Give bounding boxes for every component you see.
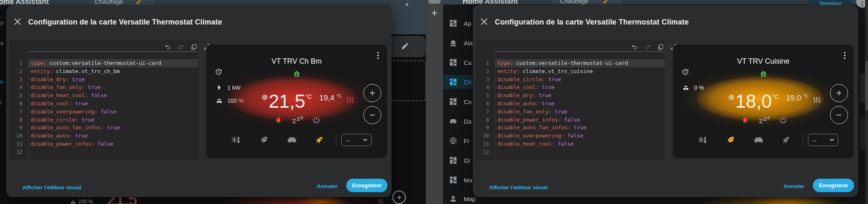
line-number: 9 bbox=[10, 124, 22, 132]
code-line[interactable]: 8disable_power_infos:false bbox=[477, 116, 664, 124]
code-line[interactable]: 8disable_circle:true bbox=[10, 116, 197, 124]
code-line[interactable]: 3disable_dry:true bbox=[10, 75, 197, 84]
eco-preset-icon[interactable] bbox=[726, 135, 736, 145]
code-line[interactable]: 2entity:climate.vt_trv_ch_bm bbox=[10, 67, 197, 75]
dialog-title: Configuration de la carte Versatile Ther… bbox=[495, 18, 689, 27]
comfort-preset-icon[interactable] bbox=[754, 135, 763, 145]
edit-section-pencil-icon[interactable] bbox=[401, 42, 409, 50]
code-line[interactable]: 7disable_fan_only:true bbox=[477, 108, 664, 116]
code-line[interactable]: 6disable_cool:true bbox=[10, 100, 197, 108]
sidebar-sliver-letter-active: h bbox=[0, 79, 3, 85]
code-line[interactable]: 10disable_auto:true bbox=[10, 132, 197, 140]
show-visual-editor-link[interactable]: Afficher l’éditeur visuel bbox=[22, 184, 81, 191]
power-off-icon[interactable] bbox=[312, 116, 321, 125]
current-temperature: 19,4 °C bbox=[319, 93, 342, 102]
chevron-down-icon bbox=[830, 138, 834, 142]
comfort-preset-icon[interactable] bbox=[287, 135, 297, 145]
badge-dot bbox=[861, 4, 863, 6]
dot-decoration bbox=[406, 3, 408, 6]
heat-mode-icon[interactable] bbox=[274, 116, 283, 125]
undo-icon[interactable] bbox=[164, 43, 171, 51]
code-line[interactable]: 4disable_cool:true bbox=[477, 83, 664, 91]
close-icon[interactable] bbox=[480, 17, 489, 26]
card-config-dialog: Configuration de la carte Versatile Ther… bbox=[473, 5, 858, 197]
eco-preset-icon[interactable] bbox=[259, 135, 269, 145]
target-icon bbox=[728, 94, 735, 101]
edit-pencil-icon bbox=[603, 0, 609, 4]
scrollbar-thumb[interactable] bbox=[865, 61, 868, 110]
code-line[interactable]: 9disable_auto_fan_infos:true bbox=[10, 124, 197, 132]
copy-icon[interactable] bbox=[190, 43, 198, 51]
decrease-temp-button[interactable] bbox=[830, 106, 848, 124]
code-line[interactable]: 9disable_auto_fan_infos:true bbox=[477, 124, 664, 132]
sidebar-item-label: Gl bbox=[464, 157, 470, 164]
preset-dropdown[interactable]: – bbox=[341, 134, 372, 146]
code-line[interactable]: 1type:custom:versatile-thermostat-ui-car… bbox=[10, 59, 197, 67]
boost-preset-icon[interactable] bbox=[781, 135, 791, 145]
heat-mode-icon[interactable] bbox=[741, 116, 750, 125]
save-button[interactable]: Enregistrer bbox=[813, 179, 854, 192]
code-line[interactable]: 11disable_power_infos:false bbox=[10, 140, 197, 148]
close-icon[interactable] bbox=[13, 17, 22, 26]
code-line[interactable]: 6disable_auto:true bbox=[477, 100, 664, 108]
view-dashboard-icon bbox=[449, 97, 458, 106]
cancel-button[interactable]: Annuler bbox=[317, 183, 338, 189]
show-visual-editor-link[interactable]: Afficher l’éditeur visuel bbox=[489, 184, 548, 191]
add-section-icon[interactable] bbox=[430, 9, 438, 17]
card-title: VT TRV Ch Bm bbox=[206, 57, 387, 66]
scrollbar[interactable] bbox=[865, 0, 868, 204]
code-line[interactable]: 10disable_overpowering:false bbox=[477, 132, 664, 140]
underlying-add-fab[interactable] bbox=[392, 191, 406, 204]
minus-icon bbox=[369, 111, 376, 119]
editor-divider bbox=[495, 51, 665, 52]
undo-icon[interactable] bbox=[631, 43, 638, 51]
cancel-button[interactable]: Annuler bbox=[783, 183, 804, 189]
sleep-mode-icon[interactable] bbox=[758, 116, 770, 125]
increase-temp-button[interactable] bbox=[830, 84, 848, 102]
sidebar-item-label: Fr bbox=[464, 137, 470, 144]
boost-preset-icon[interactable] bbox=[314, 135, 324, 145]
target-temperature: 18,0°C bbox=[735, 88, 779, 110]
code-line[interactable]: 12 bbox=[10, 148, 197, 156]
thermostat-card-preview: VT TRV Ch Bm 1 kW 100 % 21,5°C 19,4 °C bbox=[206, 44, 387, 158]
line-number: 7 bbox=[477, 108, 489, 116]
code-line[interactable]: 1type:custom:versatile-thermostat-ui-car… bbox=[477, 59, 664, 67]
code-line[interactable]: 5disable_heat_cool:false bbox=[10, 91, 197, 100]
chevron-down-icon bbox=[363, 138, 367, 142]
line-number: 3 bbox=[477, 75, 489, 84]
code-line[interactable]: 4disable_fan_only:true bbox=[10, 83, 197, 91]
code-lines: 1type:custom:versatile-thermostat-ui-car… bbox=[10, 59, 197, 156]
code-line[interactable]: 5disable_dry:true bbox=[477, 91, 664, 100]
sidebar-item-label: Ala bbox=[464, 40, 473, 47]
line-number: 8 bbox=[477, 116, 489, 124]
save-button[interactable]: Enregistrer bbox=[346, 179, 387, 192]
view-dashboard-icon bbox=[449, 156, 458, 165]
add-card-dropzone[interactable] bbox=[389, 60, 426, 101]
yaml-code-editor[interactable]: 1type:custom:versatile-thermostat-ui-car… bbox=[9, 40, 198, 161]
heat-wave-icon bbox=[378, 199, 383, 204]
copy-icon[interactable] bbox=[657, 43, 664, 51]
code-line[interactable]: 12 bbox=[477, 148, 664, 156]
line-number: 11 bbox=[10, 140, 22, 148]
code-line[interactable]: 2entity:climate.vt_trv_cuisine bbox=[477, 67, 664, 75]
preset-dropdown[interactable]: – bbox=[808, 134, 838, 146]
code-line[interactable]: 3disable_circle:true bbox=[477, 75, 664, 84]
frost-preset-icon[interactable] bbox=[698, 135, 708, 145]
editor-toolbar bbox=[631, 43, 677, 51]
line-number: 7 bbox=[10, 108, 22, 116]
yaml-code-editor[interactable]: 1type:custom:versatile-thermostat-ui-car… bbox=[476, 40, 665, 161]
redo-icon[interactable] bbox=[644, 43, 651, 51]
sleep-mode-icon[interactable] bbox=[292, 116, 304, 125]
edit-pencil-icon bbox=[136, 0, 142, 5]
power-off-icon[interactable] bbox=[779, 116, 788, 125]
sidebar-item-label: Map bbox=[464, 195, 476, 202]
tab-chauffage[interactable]: Chauffage bbox=[552, 0, 621, 4]
redo-icon[interactable] bbox=[177, 43, 185, 51]
code-line[interactable]: 11disable_heat_cool:false bbox=[477, 140, 664, 148]
decrease-temp-button[interactable] bbox=[363, 106, 381, 124]
editor-divider bbox=[28, 51, 198, 52]
code-line[interactable]: 7disable_overpowering:false bbox=[10, 108, 197, 116]
increase-temp-button[interactable] bbox=[363, 84, 381, 102]
card-title: VT TRV Cuisine bbox=[673, 57, 854, 66]
frost-preset-icon[interactable] bbox=[231, 135, 241, 145]
